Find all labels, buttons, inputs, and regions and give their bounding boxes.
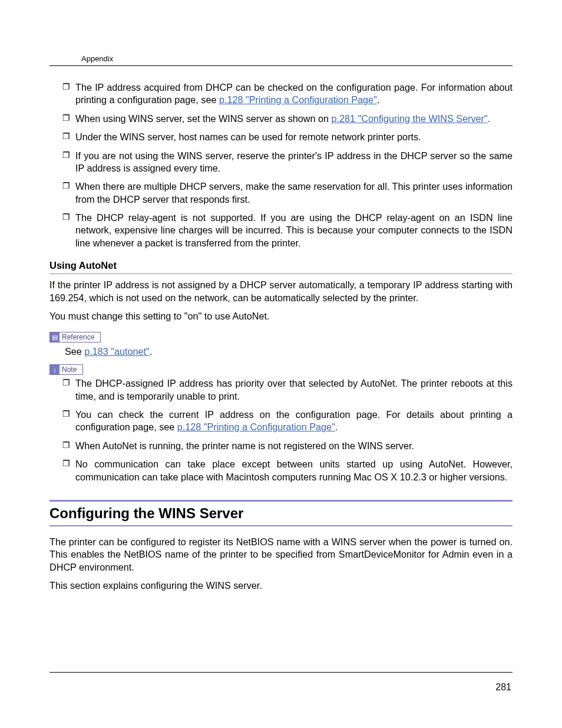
document-page: Appendix The IP address acquired from DH… <box>0 0 562 728</box>
header-text: Appendix <box>81 54 113 63</box>
reference-badge: ▤ Reference <box>49 332 101 342</box>
list-item-text: Under the WINS server, host names can be… <box>75 131 421 142</box>
autonet-paragraph-1: If the printer IP address is not assigne… <box>49 279 513 304</box>
footer-rule <box>49 672 513 673</box>
list-item-text: When AutoNet is running, the printer nam… <box>75 440 414 451</box>
page-header: Appendix <box>49 54 513 66</box>
list-item-text: If you are not using the WINS server, re… <box>75 150 513 173</box>
note-label: Note <box>62 365 82 374</box>
list-item: The DHCP relay-agent is not supported. I… <box>62 212 513 249</box>
reference-post: . <box>150 346 153 357</box>
reference-label: Reference <box>62 332 100 342</box>
list-item: When AutoNet is running, the printer nam… <box>62 440 513 452</box>
wins-paragraph-1: The printer can be configured to registe… <box>49 536 513 574</box>
reference-pre: See <box>65 346 84 357</box>
note-badge: ↓ Note <box>49 364 83 375</box>
wins-paragraph-2: This section explains configuring the WI… <box>49 579 513 592</box>
page-number: 281 <box>495 682 511 693</box>
reference-icon: ▤ <box>50 332 59 342</box>
list-item-text: The DHCP-assigned IP address has priorit… <box>75 378 513 401</box>
link-autonet[interactable]: p.183 "autonet" <box>84 346 150 357</box>
list-item-text-post: . <box>335 421 338 432</box>
cross-reference-link[interactable]: p.128 "Printing a Configuration Page" <box>177 421 335 432</box>
list-item: You can check the current IP address on … <box>62 409 513 434</box>
cross-reference-link[interactable]: p.128 "Printing a Configuration Page" <box>219 94 377 105</box>
list-item-text-post: . <box>377 94 380 105</box>
list-item: When there are multiple DHCP servers, ma… <box>62 180 513 206</box>
list-item: When using WINS server, set the WINS ser… <box>62 113 513 125</box>
page-content: The IP address acquired from DHCP can be… <box>49 81 513 592</box>
note-list-1: The IP address acquired from DHCP can be… <box>49 81 513 249</box>
reference-line: See p.183 "autonet". <box>65 346 513 357</box>
autonet-paragraph-2: You must change this setting to "on" to … <box>49 310 513 322</box>
list-item-text-post: . <box>488 113 491 124</box>
section-rule-bottom <box>49 525 513 526</box>
section-rule-top <box>49 500 513 502</box>
list-item-text: When using WINS server, set the WINS ser… <box>75 113 332 124</box>
list-item: The DHCP-assigned IP address has priorit… <box>62 377 513 403</box>
subheading-using-autonet: Using AutoNet <box>49 260 513 274</box>
cross-reference-link[interactable]: p.281 "Configuring the WINS Server" <box>332 113 488 124</box>
list-item-text: When there are multiple DHCP servers, ma… <box>75 181 513 204</box>
list-item: No communication can take place except b… <box>62 458 513 483</box>
list-item-text: No communication can take place except b… <box>75 459 513 482</box>
list-item: Under the WINS server, host names can be… <box>62 131 513 143</box>
note-list-2: The DHCP-assigned IP address has priorit… <box>49 377 513 483</box>
section-title-wins: Configuring the WINS Server <box>49 505 513 522</box>
list-item: The IP address acquired from DHCP can be… <box>62 81 513 107</box>
list-item-text: The DHCP relay-agent is not supported. I… <box>75 212 513 248</box>
note-icon: ↓ <box>50 365 59 374</box>
list-item: If you are not using the WINS server, re… <box>62 150 513 175</box>
